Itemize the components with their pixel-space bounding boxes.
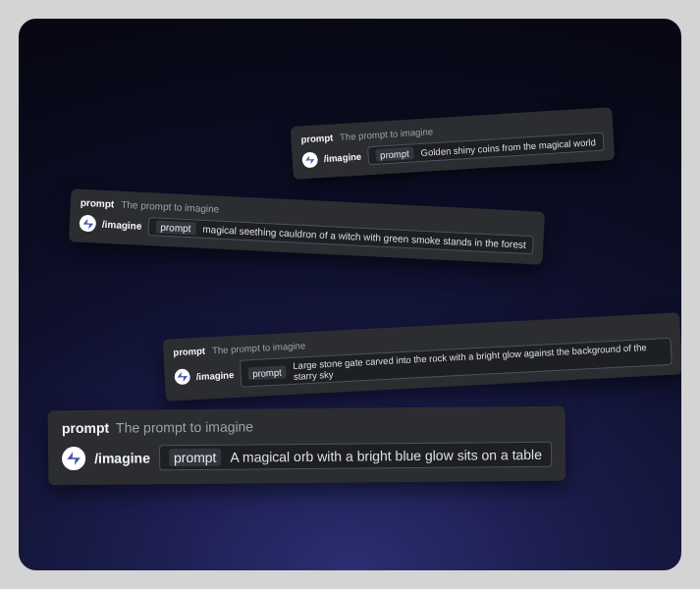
prompt-label: prompt [300, 132, 333, 144]
prompt-description: The prompt to imagine [340, 126, 434, 142]
prompt-description: The prompt to imagine [116, 418, 253, 435]
canvas-background: prompt The prompt to imagine /imagine pr… [19, 19, 681, 570]
prompt-label: prompt [81, 197, 115, 210]
slash-command: /imagine [323, 151, 361, 164]
slash-command: /imagine [195, 369, 234, 382]
card-header: prompt The prompt to imagine [62, 416, 552, 436]
prompt-tag: prompt [247, 365, 287, 380]
command-row: /imagine prompt A magical orb with a bri… [62, 442, 552, 471]
prompt-card: prompt The prompt to imagine /imagine pr… [163, 312, 681, 401]
prompt-value: magical seething cauldron of a witch wit… [202, 224, 526, 250]
prompt-tag: prompt [155, 220, 196, 235]
prompt-tag: prompt [169, 449, 222, 466]
prompt-description: The prompt to imagine [121, 199, 219, 215]
prompt-label: prompt [62, 420, 109, 436]
bot-avatar-icon [174, 368, 190, 385]
slash-command: /imagine [94, 450, 150, 465]
prompt-value: A magical orb with a bright blue glow si… [230, 447, 542, 465]
prompt-description: The prompt to imagine [212, 340, 305, 355]
slash-command: /imagine [102, 219, 142, 232]
prompt-label: prompt [173, 346, 205, 358]
bot-avatar-icon [79, 215, 96, 233]
prompt-card: prompt The prompt to imagine /imagine pr… [48, 406, 566, 486]
prompt-card: prompt The prompt to imagine /imagine pr… [69, 188, 545, 265]
bot-avatar-icon [62, 447, 85, 470]
prompt-input[interactable]: prompt A magical orb with a bright blue … [159, 442, 552, 470]
prompt-tag: prompt [375, 146, 414, 161]
prompt-value: Golden shiny coins from the magical worl… [420, 136, 596, 158]
prompt-card: prompt The prompt to imagine /imagine pr… [291, 107, 615, 180]
bot-avatar-icon [301, 151, 318, 168]
